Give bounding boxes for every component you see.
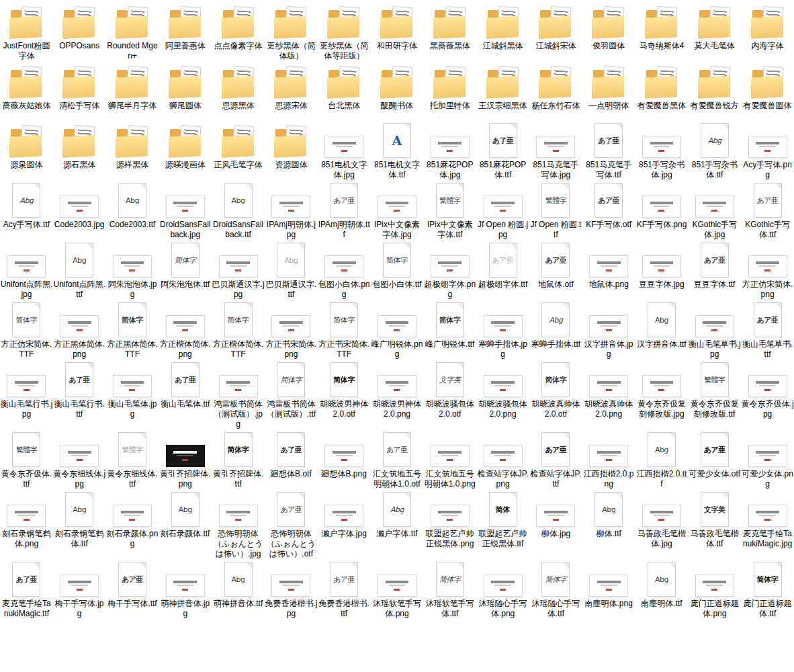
folder-item[interactable]: 杨任东竹石体: [529, 61, 582, 120]
file-item[interactable]: 851马克笔手写体.jpg: [529, 120, 582, 180]
file-item[interactable]: A 851电机文字体.ttf: [371, 120, 424, 180]
file-item[interactable]: 豆豆字体.jpg: [635, 240, 689, 300]
file-item[interactable]: Abg 濑户字体.ttf: [371, 489, 424, 559]
file-item[interactable]: Abg 柳体.ttf: [582, 489, 635, 559]
folder-item[interactable]: 点点像素字体: [212, 1, 265, 61]
file-item[interactable]: 检查站字体JP.png: [476, 429, 529, 489]
file-item[interactable]: 简体字 包图小白体.ttf: [371, 240, 424, 300]
file-item[interactable]: Abg Code2003.ttf: [106, 180, 159, 240]
file-item[interactable]: 851手写杂书体.jpg: [635, 120, 689, 180]
folder-item[interactable]: 和田研字体: [371, 1, 424, 61]
file-item[interactable]: 汉字拼音体.jpg: [582, 300, 635, 360]
file-item[interactable]: Abg Unifont点阵黑.ttf: [53, 240, 106, 300]
file-item[interactable]: 胡晓波男神体2.0.png: [371, 360, 424, 429]
folder-item[interactable]: 马奇纳斯体4: [635, 1, 689, 61]
file-item[interactable]: 免费香港楷书.jpg: [265, 559, 318, 619]
file-item[interactable]: 沐瑶随心手写体.png: [476, 559, 529, 619]
file-item[interactable]: 沐瑶软笔手写体.png: [371, 559, 424, 619]
file-item[interactable]: あア亜 豆豆字体.ttf: [688, 240, 741, 300]
folder-item[interactable]: 更纱黑体（简体等距版）: [318, 1, 371, 61]
file-item[interactable]: 可爱少女体.png: [741, 429, 794, 489]
folder-item[interactable]: 江城斜黑体: [476, 1, 529, 61]
folder-item[interactable]: 清松手写体: [53, 61, 106, 120]
file-item[interactable]: IPAmj明朝体.jpg: [265, 180, 318, 240]
file-item[interactable]: 黄令东齐伋体.jpg: [741, 360, 794, 429]
file-item[interactable]: 繁體字 黄令东齐伋复刻修改版.ttf: [688, 360, 741, 429]
file-item[interactable]: 简体字 峰广明锐体.ttf: [423, 300, 476, 360]
file-item[interactable]: 简体字 沐瑶软笔手写体.ttf: [423, 559, 476, 619]
file-item[interactable]: 江西拙楷2.0.png: [582, 429, 635, 489]
file-item[interactable]: Abg Acy手写体.ttf: [0, 180, 53, 240]
file-item[interactable]: 简体字 黄引齐招牌体.ttf: [212, 429, 265, 489]
folder-item[interactable]: OPPOsans: [53, 1, 106, 61]
file-item[interactable]: Abg 南麈明体.ttf: [635, 559, 689, 619]
file-item[interactable]: 恐怖明朝体（ふぉんとうは怖い）.jpg: [212, 489, 265, 559]
file-item[interactable]: Abg 851手写杂书体.ttf: [688, 120, 741, 180]
folder-item[interactable]: 黑薔薇黑体: [423, 1, 476, 61]
file-item[interactable]: 方正黑体简体.png: [53, 300, 106, 360]
file-item[interactable]: 庞门正道标题体.png: [688, 559, 741, 619]
file-item[interactable]: Jf Open 粉圆.jpg: [476, 180, 529, 240]
file-item[interactable]: 851麻花POP体.jpg: [423, 120, 476, 180]
file-item[interactable]: 简体字 方正书宋简体.TTF: [318, 300, 371, 360]
file-item[interactable]: あア亜 地鼠体.otf: [529, 240, 582, 300]
file-item[interactable]: 繁體字 IPix中文像素字体.ttf: [423, 180, 476, 240]
file-item[interactable]: 萌神拼音体.jpg: [159, 559, 212, 619]
folder-item[interactable]: 思源宋体: [265, 61, 318, 120]
file-item[interactable]: あア亜 恐怖明朝体（ふぉんとうは怖い）.otf: [265, 489, 318, 559]
folder-item[interactable]: 有爱魔兽锐方: [688, 61, 741, 120]
folder-item[interactable]: 醍醐书体: [371, 61, 424, 120]
file-item[interactable]: 简体字 方正仿宋简体.TTF: [0, 300, 53, 360]
file-item[interactable]: 衡山毛笔行书.jpg: [0, 360, 53, 429]
folder-item[interactable]: 一点明朝体: [582, 61, 635, 120]
file-item[interactable]: あア亜 可爱少女体.otf: [688, 429, 741, 489]
file-item[interactable]: 廻想体B.png: [318, 429, 371, 489]
folder-item[interactable]: 内海字体: [741, 1, 794, 61]
file-item[interactable]: Abg 萌神拼音体.ttf: [212, 559, 265, 619]
file-item[interactable]: 黄令东齐伋复刻修改版.jpg: [635, 360, 689, 429]
file-item[interactable]: あ了亜 麦克笔手绘TanukiMagic.ttf: [0, 559, 53, 619]
folder-item[interactable]: 有爱魔兽圆体: [741, 61, 794, 120]
folder-item[interactable]: 托加里特体: [423, 61, 476, 120]
file-item[interactable]: 851电机文字体.jpg: [318, 120, 371, 180]
file-item[interactable]: 文字美 胡晓波骚包体2.0.otf: [423, 360, 476, 429]
file-item[interactable]: Abg 刻石录颜体.ttf: [159, 489, 212, 559]
folder-item[interactable]: 台北黑体: [318, 61, 371, 120]
file-item[interactable]: 繁體字 黄令东齐伋体.ttf: [0, 429, 53, 489]
file-item[interactable]: あ了亜 851麻花POP体.ttf: [476, 120, 529, 180]
folder-item[interactable]: 江城斜宋体: [529, 1, 582, 61]
file-item[interactable]: Abg 巴贝斯通汉字.ttf: [265, 240, 318, 300]
file-item[interactable]: 刻石录颜体.png: [106, 489, 159, 559]
file-item[interactable]: あア亜 汇文筑地五号明朝体1.0.otf: [371, 429, 424, 489]
folder-item[interactable]: 更纱黑体（简体版）: [265, 1, 318, 61]
file-item[interactable]: 衡山毛笔体.jpg: [106, 360, 159, 429]
folder-item[interactable]: 源石黑体: [53, 120, 106, 180]
folder-item[interactable]: 思源黑体: [212, 61, 265, 120]
file-item[interactable]: あア亜 KGothic手写体.ttf: [741, 180, 794, 240]
file-item[interactable]: あ了亜 衡山毛笔体.ttf: [159, 360, 212, 429]
file-item[interactable]: Abg 刻石录钢笔鹤体.ttf: [53, 489, 106, 559]
file-item[interactable]: 濑户字体.jpg: [318, 489, 371, 559]
folder-item[interactable]: 源样黑体: [106, 120, 159, 180]
file-item[interactable]: 黄引齐招牌体.png: [159, 429, 212, 489]
file-item[interactable]: 麦克笔手绘TanukiMagic.jpg: [741, 489, 794, 559]
file-item[interactable]: あア亜 超极细字体.ttf: [476, 240, 529, 300]
file-item[interactable]: 鸿雷板书简体（测试版）.jpg: [212, 360, 265, 429]
file-item[interactable]: あア亜 衡山毛笔草书.ttf: [741, 300, 794, 360]
file-item[interactable]: 简体 联盟起艺卢帅正锐黑体.ttf: [476, 489, 529, 559]
file-item[interactable]: IPix中文像素字体.jpg: [371, 180, 424, 240]
folder-item[interactable]: 王汉宗细黑体: [476, 61, 529, 120]
file-item[interactable]: KGothic手写体.jpg: [688, 180, 741, 240]
file-item[interactable]: Unifont点阵黑.jpg: [0, 240, 53, 300]
folder-item[interactable]: 资源圆体: [265, 120, 318, 180]
file-item[interactable]: 简体字 庞门正道标题体.ttf: [741, 559, 794, 619]
folder-item[interactable]: 有爱魔兽黑体: [635, 61, 689, 120]
file-item[interactable]: 阿朱泡泡体.jpg: [106, 240, 159, 300]
file-item[interactable]: KF手写体.png: [635, 180, 689, 240]
file-item[interactable]: 简体字 阿朱泡泡体.ttf: [159, 240, 212, 300]
file-item[interactable]: 刻石录钢笔鹤体.png: [0, 489, 53, 559]
file-item[interactable]: 文字美 马善政毛笔楷体.ttf: [688, 489, 741, 559]
folder-item[interactable]: Rounded Mgen+: [106, 1, 159, 61]
file-item[interactable]: あア亜 梅干手写体.ttf: [106, 559, 159, 619]
file-item[interactable]: Abg 江西拙楷2.0.ttf: [635, 429, 689, 489]
